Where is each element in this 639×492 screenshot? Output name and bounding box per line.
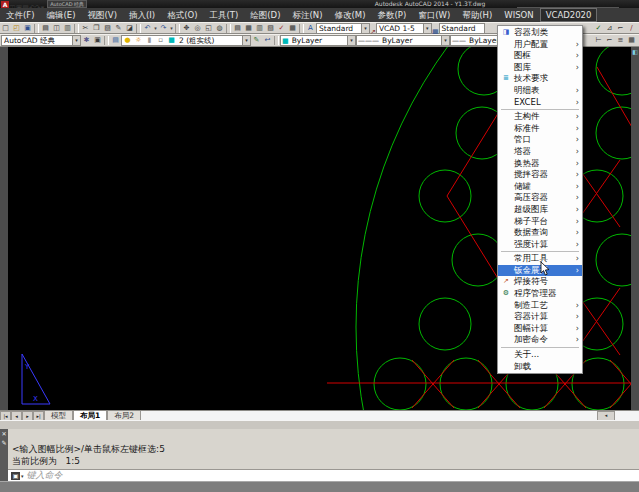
copy-icon[interactable]: ❐	[91, 24, 102, 33]
publish-icon[interactable]: ▥	[62, 24, 73, 33]
command-input[interactable]: ▣ ▾ 键入命令	[8, 469, 639, 481]
ctx-item-ladder-platform[interactable]: 梯子平台›	[498, 216, 582, 228]
chevron-down-icon[interactable]: ▾	[72, 36, 80, 45]
vcad-check-icon[interactable]: ✓	[593, 24, 604, 33]
cut-icon[interactable]: ✂	[80, 24, 91, 33]
layer-color-chip[interactable]: ■	[166, 36, 177, 45]
draworder-front-icon[interactable]: ⊢	[593, 36, 604, 45]
markup-icon[interactable]: ✓	[276, 24, 287, 33]
menu-wison[interactable]: WISON	[498, 8, 539, 22]
ctx-item-unload[interactable]: 卸载	[498, 361, 582, 373]
table-style-dropdown[interactable]: Standard	[439, 23, 485, 34]
draworder-under-icon[interactable]: ▦	[626, 36, 637, 45]
draworder-above-icon[interactable]: ≡	[615, 36, 626, 45]
menu-parametric[interactable]: 参数(P)	[371, 8, 412, 22]
vcad-tool1-icon[interactable]: ⊿	[604, 24, 615, 33]
workspace-save-icon[interactable]: ▣	[92, 36, 103, 45]
menu-dimension[interactable]: 标注(N)	[286, 8, 328, 22]
chevron-down-icon[interactable]: ▾	[242, 36, 250, 45]
layer-properties-icon[interactable]: ▤	[110, 36, 121, 45]
chevron-down-icon[interactable]: ▾	[21, 473, 24, 479]
designcenter-icon[interactable]: ▦	[243, 24, 254, 33]
ctx-item-heat-exchanger[interactable]: 换热器›	[498, 158, 582, 170]
chevron-down-icon[interactable]: ▾	[441, 36, 449, 45]
plot-icon[interactable]: ▤	[40, 24, 51, 33]
menu-format[interactable]: 格式(O)	[161, 8, 203, 22]
text-style-dropdown[interactable]: Standard▾	[316, 23, 370, 34]
sheetset-icon[interactable]: ▧	[265, 24, 276, 33]
ctx-item-user-config[interactable]: 用户配置›	[498, 39, 582, 51]
layer-on-icon[interactable]: ●	[122, 36, 133, 45]
paste-icon[interactable]: ▨	[102, 24, 113, 33]
menu-draw[interactable]: 绘图(D)	[244, 8, 286, 22]
command-history[interactable]: <输入图幅比例>/单击鼠标左键框选:5 当前比例为 1:5	[8, 429, 639, 469]
text-style-icon[interactable]: A	[305, 24, 316, 33]
layer-previous-icon[interactable]: ↩	[262, 36, 273, 45]
vcad-tool3-icon[interactable]: ∕	[626, 24, 637, 33]
chevron-down-icon[interactable]: ▾	[361, 24, 369, 33]
save-icon[interactable]: ▣	[22, 24, 33, 33]
ctx-item-standard-parts[interactable]: 标准件›	[498, 123, 582, 135]
ctx-item-strength-calc[interactable]: 强度计算›	[498, 239, 582, 251]
layer-freeze-icon[interactable]: ☼	[133, 36, 144, 45]
workspace-dropdown[interactable]: AutoCAD 经典▾	[1, 35, 81, 46]
properties-icon[interactable]: ▤	[232, 24, 243, 33]
workspace-settings-icon[interactable]: ✱	[81, 36, 92, 45]
linetype-dropdown[interactable]: ——— ByLayer▾	[356, 35, 450, 46]
layer-dropdown[interactable]: ●☼▮▫■ 2 (粗实线)▾	[121, 35, 251, 46]
autocad-logo-icon[interactable]: A	[1, 1, 9, 8]
ctx-item-nozzle[interactable]: 管口›	[498, 134, 582, 146]
zoom-previous-icon[interactable]: ◍	[214, 24, 225, 33]
quickcalc-icon[interactable]: ▦	[287, 24, 298, 33]
menu-modify[interactable]: 修改(M)	[328, 8, 371, 22]
make-object-layer-current-icon[interactable]: ✎	[251, 36, 262, 45]
ctx-item-super-library[interactable]: 超级图库›	[498, 204, 582, 216]
ctx-item-tower[interactable]: 塔器›	[498, 146, 582, 158]
ctx-item-block-library[interactable]: 图库›	[498, 62, 582, 74]
ctx-item-storage-tank[interactable]: 储罐›	[498, 181, 582, 193]
menu-tools[interactable]: 工具(T)	[203, 8, 244, 22]
dock-tool-icon[interactable]: ◧	[631, 47, 639, 56]
vcad-tool2-icon[interactable]: ⌐	[615, 24, 626, 33]
ctx-item-main-components[interactable]: 主构件›	[498, 111, 582, 123]
ctx-item-manufacture-process[interactable]: 制造工艺›	[498, 300, 582, 312]
ctx-item-title-block[interactable]: 图框›	[498, 50, 582, 62]
plot-preview-icon[interactable]: ◫	[51, 24, 62, 33]
ctx-item-bom-table[interactable]: 明细表›	[498, 85, 582, 97]
menu-edit[interactable]: 编辑(E)	[41, 8, 82, 22]
pan-icon[interactable]: ✥	[181, 24, 192, 33]
ctx-item-vessel-calc[interactable]: 容器计算›	[498, 311, 582, 323]
zoom-window-icon[interactable]: ◱	[203, 24, 214, 33]
ctx-item-high-pressure-vessel[interactable]: 高压容器›	[498, 192, 582, 204]
chevron-down-icon[interactable]: ▾	[423, 24, 431, 33]
ctx-item-excel[interactable]: EXCEL›	[498, 97, 582, 109]
layer-plot-icon[interactable]: ▫	[155, 36, 166, 45]
match-properties-icon[interactable]: ✎	[113, 24, 124, 33]
chevron-down-icon[interactable]: ▾	[347, 36, 355, 45]
redo-dropdown-icon[interactable]: ▾	[169, 24, 174, 33]
draworder-back-icon[interactable]: ⌐	[604, 36, 615, 45]
open-icon[interactable]: ◰	[11, 24, 22, 33]
redo-icon[interactable]: ↷	[158, 24, 169, 33]
qnew-icon[interactable]: □	[0, 24, 11, 33]
ctx-item-sheet-calc[interactable]: 图幅计算›	[498, 323, 582, 335]
menu-view[interactable]: 视图(V)	[82, 8, 123, 22]
ctx-item-data-query[interactable]: 数据查询›	[498, 227, 582, 239]
ctx-item-weld-symbol[interactable]: ↗焊接符号	[498, 276, 582, 288]
ctx-item-encrypt-command[interactable]: 加密命令›	[498, 334, 582, 346]
ctx-item-about[interactable]: 关于...	[498, 349, 582, 361]
dim-style-dropdown[interactable]: VCAD 1-5▾	[376, 23, 432, 34]
ctx-item-stirred-vessel[interactable]: 搅拌容器›	[498, 169, 582, 181]
undo-icon[interactable]: ↶	[142, 24, 153, 33]
menu-insert[interactable]: 插入(I)	[123, 8, 161, 22]
qat-workspace-dropdown[interactable]: AutoCAD 经典	[47, 0, 87, 8]
ctx-item-program-manager[interactable]: ⚙程序管理器	[498, 288, 582, 300]
color-dropdown[interactable]: ■ ByLayer▾	[280, 35, 356, 46]
ctx-item-tech-requirements[interactable]: ≣技术要求	[498, 73, 582, 85]
tool-palettes-icon[interactable]: ▥	[254, 24, 265, 33]
menu-file[interactable]: 文件(F)	[0, 8, 41, 22]
close-icon[interactable]: ✕	[0, 429, 8, 438]
block-editor-icon[interactable]: ◪	[124, 24, 135, 33]
layer-lock-icon[interactable]: ▮	[144, 36, 155, 45]
menu-vcad2020[interactable]: VCAD2020	[540, 8, 598, 22]
